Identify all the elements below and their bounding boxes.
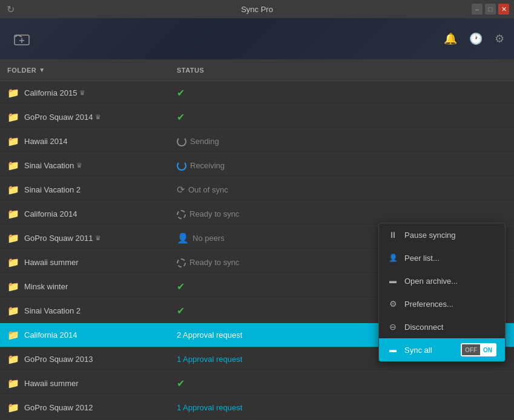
toolbar: 🔔 🕐 ⚙ bbox=[0, 18, 514, 59]
status-text: Receiving bbox=[190, 161, 225, 170]
row-folder: 📁 Sinai Vacation ♛ bbox=[7, 160, 177, 171]
sync-all-icon: ▬ bbox=[387, 346, 398, 354]
row-folder: 📁 GoPro Squaw 2012 bbox=[7, 402, 177, 413]
crown-icon: ♛ bbox=[79, 89, 85, 97]
table-area: FOLDER ▼ STATUS 📁 California 2015 ♛ ✔ 📁 … bbox=[0, 59, 514, 420]
folder-icon: 📁 bbox=[7, 257, 19, 268]
status-text: Ready to sync bbox=[189, 209, 239, 218]
folder-icon: 📁 bbox=[7, 208, 19, 220]
folder-icon: 📁 bbox=[7, 232, 19, 244]
row-name: Sinai Vacation ♛ bbox=[24, 161, 82, 170]
row-folder: 📁 Sinai Vacation 2 bbox=[7, 184, 177, 195]
toggle-on: ON bbox=[480, 344, 495, 355]
folder-icon: 📁 bbox=[7, 281, 19, 292]
table-row[interactable]: 📁 California 2015 ♛ ✔ bbox=[0, 81, 514, 105]
approval-text: 1 Approval request bbox=[177, 403, 242, 412]
pause-syncing-menu-item[interactable]: ⏸ Pause syncing bbox=[379, 223, 505, 246]
disconnect-label: Disconnect bbox=[404, 323, 443, 332]
row-folder: 📁 California 2014 bbox=[7, 329, 177, 341]
status-icon-ready bbox=[177, 257, 186, 268]
peer-list-menu-item[interactable]: 👤 Peer list... bbox=[379, 246, 505, 269]
sync-all-toggle[interactable]: OFF ON bbox=[461, 343, 496, 356]
disconnect-icon: ⊖ bbox=[387, 322, 398, 332]
row-name: California 2015 ♛ bbox=[24, 88, 85, 97]
status-icon-check: ✔ bbox=[177, 281, 185, 292]
context-menu: ⏸ Pause syncing 👤 Peer list... ▬ Open ar… bbox=[378, 223, 506, 362]
maximize-button[interactable]: □ bbox=[485, 4, 496, 15]
row-name: GoPro Squaw 2014 ♛ bbox=[24, 113, 101, 122]
pause-icon: ⏸ bbox=[387, 230, 398, 240]
history-button[interactable]: 🕐 bbox=[469, 32, 483, 45]
row-folder: 📁 GoPro Squaw 2011 ♛ bbox=[7, 232, 177, 244]
window-controls: – □ ✕ bbox=[461, 4, 509, 15]
row-status: ✔ bbox=[177, 378, 507, 389]
title-bar-left: ↻ bbox=[5, 4, 53, 15]
close-button[interactable]: ✕ bbox=[498, 4, 509, 15]
table-row[interactable]: 📁 Hawaii summer ✔ bbox=[0, 372, 514, 396]
table-row[interactable]: 📁 Sinai Vacation ♛ Receiving bbox=[0, 154, 514, 178]
table-row[interactable]: 📁 GoPro Squaw 2014 ♛ ✔ bbox=[0, 105, 514, 130]
row-name: Minsk winter bbox=[24, 282, 68, 291]
settings-button[interactable]: ⚙ bbox=[495, 32, 504, 45]
folder-icon: 📁 bbox=[7, 87, 19, 99]
folder-column-header[interactable]: FOLDER ▼ bbox=[7, 67, 177, 74]
peer-icon: 👤 bbox=[387, 254, 398, 262]
prefs-icon: ⚙ bbox=[387, 299, 398, 309]
archive-label: Open archive... bbox=[404, 277, 458, 286]
prefs-label: Preferences... bbox=[404, 300, 453, 309]
row-folder: 📁 Hawaii summer bbox=[7, 378, 177, 389]
table-row[interactable]: 📁 GoPro Squaw 2012 1 Approval request bbox=[0, 396, 514, 420]
row-name: GoPro Squaw 2011 ♛ bbox=[24, 234, 101, 243]
crown-icon: ♛ bbox=[76, 162, 82, 169]
row-folder: 📁 California 2014 bbox=[7, 208, 177, 220]
row-name: GoPro Squaw 2013 bbox=[24, 355, 93, 364]
status-icon-sending bbox=[177, 136, 186, 147]
row-name: Sinai Vacation 2 bbox=[24, 306, 81, 315]
sync-all-menu-item[interactable]: ▬ Sync all OFF ON bbox=[379, 338, 505, 361]
table-row[interactable]: 📁 Hawaii 2014 Sending bbox=[0, 130, 514, 154]
status-icon-check: ✔ bbox=[177, 87, 185, 99]
status-icon-out-of-sync: ⟳ bbox=[177, 184, 185, 195]
status-icon-ready bbox=[177, 209, 186, 220]
row-status: ⟳ Out of sync bbox=[177, 184, 507, 195]
status-text: Ready to sync bbox=[189, 258, 239, 267]
status-icon-check: ✔ bbox=[177, 378, 185, 389]
open-archive-menu-item[interactable]: ▬ Open archive... bbox=[379, 269, 505, 292]
app-title: Sync Pro bbox=[53, 5, 461, 14]
folder-icon: 📁 bbox=[7, 111, 19, 123]
approval-text: 2 Approval request bbox=[177, 330, 242, 340]
folder-icon: 📁 bbox=[7, 160, 19, 171]
toolbar-right: 🔔 🕐 ⚙ bbox=[444, 32, 504, 45]
row-folder: 📁 Hawaii summer bbox=[7, 257, 177, 268]
refresh-button[interactable]: ↻ bbox=[5, 4, 16, 15]
disconnect-menu-item[interactable]: ⊖ Disconnect bbox=[379, 315, 505, 338]
preferences-menu-item[interactable]: ⚙ Preferences... bbox=[379, 292, 505, 315]
pause-label: Pause syncing bbox=[404, 231, 456, 240]
status-icon-no-peers: 👤 bbox=[177, 232, 189, 244]
folder-icon: 📁 bbox=[7, 402, 19, 413]
row-name: Hawaii 2014 bbox=[24, 137, 68, 146]
add-folder-button[interactable] bbox=[10, 27, 34, 51]
status-text: No peers bbox=[193, 234, 225, 243]
row-name: California 2014 bbox=[24, 330, 77, 340]
title-bar: ↻ Sync Pro – □ ✕ bbox=[0, 0, 514, 18]
folder-icon: 📁 bbox=[7, 378, 19, 389]
row-status: Receiving bbox=[177, 160, 507, 171]
approval-text: 1 Approval request bbox=[177, 355, 242, 364]
row-name: California 2014 bbox=[24, 209, 77, 218]
folder-icon: 📁 bbox=[7, 305, 19, 317]
crown-icon: ♛ bbox=[95, 234, 101, 242]
status-icon-receiving bbox=[177, 160, 186, 171]
archive-icon: ▬ bbox=[387, 277, 398, 285]
row-folder: 📁 California 2015 ♛ bbox=[7, 87, 177, 99]
toggle-off: OFF bbox=[462, 344, 480, 355]
toolbar-left bbox=[10, 27, 34, 51]
table-header: FOLDER ▼ STATUS bbox=[0, 59, 514, 81]
table-row[interactable]: 📁 Sinai Vacation 2 ⟳ Out of sync bbox=[0, 178, 514, 202]
peer-label: Peer list... bbox=[404, 254, 440, 263]
status-text: Sending bbox=[190, 137, 219, 146]
row-name: GoPro Squaw 2012 bbox=[24, 403, 93, 412]
notifications-button[interactable]: 🔔 bbox=[444, 32, 457, 45]
row-status: Sending bbox=[177, 136, 507, 147]
minimize-button[interactable]: – bbox=[472, 4, 483, 15]
